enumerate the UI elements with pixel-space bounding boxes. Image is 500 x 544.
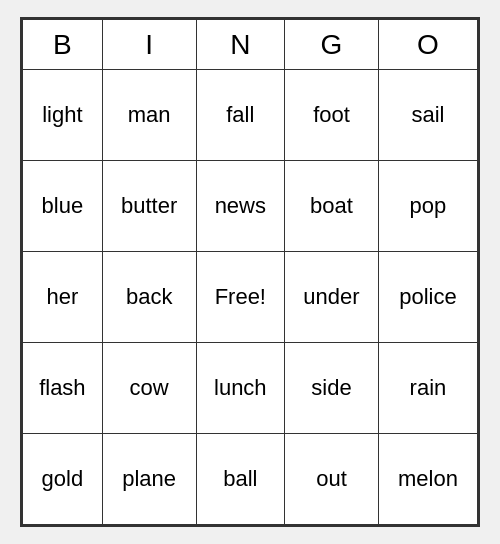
header-b: B — [23, 20, 103, 70]
table-cell: man — [102, 70, 196, 161]
table-cell: Free! — [196, 252, 285, 343]
header-i: I — [102, 20, 196, 70]
table-cell: butter — [102, 161, 196, 252]
table-cell: gold — [23, 434, 103, 525]
table-cell: back — [102, 252, 196, 343]
table-cell: sail — [378, 70, 477, 161]
table-row: bluebutternewsboatpop — [23, 161, 478, 252]
table-cell: cow — [102, 343, 196, 434]
table-cell: fall — [196, 70, 285, 161]
bingo-body: lightmanfallfootsailbluebutternewsboatpo… — [23, 70, 478, 525]
table-cell: pop — [378, 161, 477, 252]
table-cell: under — [285, 252, 379, 343]
table-row: herbackFree!underpolice — [23, 252, 478, 343]
table-cell: police — [378, 252, 477, 343]
header-n: N — [196, 20, 285, 70]
table-cell: flash — [23, 343, 103, 434]
bingo-card: B I N G O lightmanfallfootsailbluebutter… — [20, 17, 480, 527]
table-row: flashcowlunchsiderain — [23, 343, 478, 434]
header-row: B I N G O — [23, 20, 478, 70]
table-cell: rain — [378, 343, 477, 434]
bingo-table: B I N G O lightmanfallfootsailbluebutter… — [22, 19, 478, 525]
table-cell: lunch — [196, 343, 285, 434]
table-row: lightmanfallfootsail — [23, 70, 478, 161]
header-o: O — [378, 20, 477, 70]
table-cell: out — [285, 434, 379, 525]
table-cell: side — [285, 343, 379, 434]
table-cell: boat — [285, 161, 379, 252]
table-cell: her — [23, 252, 103, 343]
table-cell: ball — [196, 434, 285, 525]
table-cell: light — [23, 70, 103, 161]
table-cell: melon — [378, 434, 477, 525]
header-g: G — [285, 20, 379, 70]
table-row: goldplaneballoutmelon — [23, 434, 478, 525]
table-cell: plane — [102, 434, 196, 525]
table-cell: foot — [285, 70, 379, 161]
table-cell: news — [196, 161, 285, 252]
table-cell: blue — [23, 161, 103, 252]
